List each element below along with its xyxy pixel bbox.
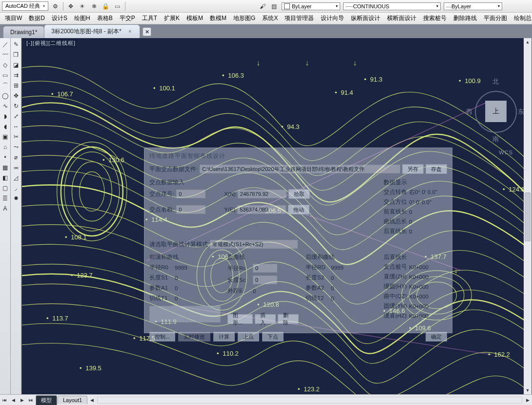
text-icon[interactable]: A: [1, 204, 10, 213]
table-icon[interactable]: ☰: [1, 194, 10, 203]
trim-icon[interactable]: ✂: [12, 132, 20, 141]
jd-no-field[interactable]: 0: [176, 190, 205, 198]
point-icon[interactable]: •: [1, 153, 10, 162]
array-icon[interactable]: ⊞: [12, 81, 20, 90]
fillet-icon[interactable]: ◞: [12, 184, 20, 192]
browse-button[interactable]: 另存: [402, 164, 424, 174]
delete-button[interactable]: 删除: [278, 314, 299, 324]
file-field[interactable]: C:\Users\13617\Desktop\2020年工业路网项目部\纬地\教…: [200, 165, 400, 173]
menu-item[interactable]: 工具T: [139, 13, 160, 23]
wcs-label[interactable]: WCS: [499, 149, 513, 155]
linetype-combo[interactable]: ── CONTINUOUS: [343, 2, 441, 10]
vertical-scrollbar[interactable]: ▲ ▼: [524, 38, 532, 394]
move-icon[interactable]: ✥: [12, 91, 20, 100]
tab-active[interactable]: 3标2000地形图-纯8 - 副本* ×: [44, 24, 140, 38]
menu-item[interactable]: 数模M: [207, 13, 229, 23]
scroll-up-icon[interactable]: ▲: [524, 38, 532, 46]
close-icon[interactable]: ×: [127, 29, 133, 35]
view-label[interactable]: [-][俯视][二维线框]: [25, 39, 77, 47]
insert-icon[interactable]: ⌂: [1, 143, 10, 151]
explode-icon[interactable]: ✹: [12, 194, 20, 203]
menu-item[interactable]: 设计向导: [318, 13, 347, 23]
pick-button[interactable]: 拾取: [288, 189, 310, 199]
region-icon[interactable]: ▢: [1, 184, 10, 192]
prev-button[interactable]: 上点: [238, 332, 259, 341]
ellipse-icon[interactable]: ◗: [1, 112, 10, 121]
menu-item[interactable]: 平面分图: [481, 13, 510, 23]
rectangle-icon[interactable]: ▭: [1, 71, 10, 80]
control-button[interactable]: 控制...: [149, 332, 175, 341]
hscroll-right-icon[interactable]: ▶: [524, 396, 532, 404]
gradient-icon[interactable]: ◧: [1, 173, 10, 182]
menu-item[interactable]: 纵断面设计: [348, 13, 383, 23]
calc-button[interactable]: 计算: [213, 332, 235, 341]
menu-item[interactable]: 横断面设计: [384, 13, 419, 23]
move-button[interactable]: 拖动: [288, 205, 309, 214]
menu-item[interactable]: 数据D: [26, 13, 48, 23]
x-field[interactable]: 2467879.92: [238, 190, 286, 198]
polygon-icon[interactable]: ◇: [1, 61, 10, 69]
stretch-icon[interactable]: ↔: [12, 122, 20, 131]
break-icon[interactable]: ⌀: [12, 153, 20, 162]
arc-icon[interactable]: ⌒: [1, 81, 10, 90]
scroll-thumb[interactable]: [525, 192, 531, 241]
mirror-icon[interactable]: ◪: [12, 61, 20, 69]
hatch-icon[interactable]: ▦: [1, 163, 10, 172]
tab-drawing1[interactable]: Drawing1*: [3, 26, 44, 38]
pan-icon[interactable]: ✥: [66, 2, 75, 11]
jd-name-field[interactable]: 0: [176, 205, 205, 214]
y-field[interactable]: 536374.089: [237, 205, 286, 214]
realtime-button[interactable]: 实时修改: [178, 332, 210, 341]
graph-button[interactable]: 图形...: [227, 314, 253, 324]
offset-icon[interactable]: ⇉: [12, 71, 20, 80]
block-icon[interactable]: ▣: [1, 132, 10, 141]
ellipse-arc-icon[interactable]: ◖: [1, 122, 10, 131]
nav-next-icon[interactable]: ▶: [18, 396, 26, 404]
tab-layout1[interactable]: Layout1: [58, 396, 87, 404]
scroll-track[interactable]: [524, 46, 532, 386]
spline-icon[interactable]: ∿: [1, 102, 10, 110]
menu-item[interactable]: 搜索桩号: [420, 13, 450, 23]
menu-item[interactable]: 项目管理器: [282, 13, 317, 23]
menu-item[interactable]: 平交P: [117, 13, 138, 23]
menu-item[interactable]: 扩展K: [161, 13, 183, 23]
chamfer-icon[interactable]: ◿: [12, 173, 20, 182]
props-icon[interactable]: ▤: [270, 2, 279, 11]
horizontal-scrollbar[interactable]: ◀ ▶: [87, 396, 532, 404]
workspace-selector[interactable]: AutoCAD 经典: [2, 1, 48, 11]
drawing-canvas[interactable]: [-][俯视][二维线框]: [21, 38, 532, 394]
settings-icon[interactable]: ⚙: [51, 2, 60, 11]
hscroll-left-icon[interactable]: ◀: [88, 396, 96, 404]
scale-icon[interactable]: ⤢: [12, 112, 20, 121]
match-icon[interactable]: 🖌: [258, 2, 267, 11]
menu-item[interactable]: 项目W: [2, 13, 25, 23]
rc-field[interactable]: 0: [253, 264, 277, 273]
freeze-icon[interactable]: ❄: [90, 2, 99, 11]
nav-last-icon[interactable]: ⏭: [27, 396, 35, 404]
tab-model[interactable]: 模型: [36, 395, 57, 405]
menu-item[interactable]: 绘制总: [511, 13, 532, 23]
rotate-icon[interactable]: ↻: [12, 102, 20, 110]
calc-mode-combo[interactable]: 常规模式(S1+Rc+S2): [210, 240, 298, 249]
layer-color-combo[interactable]: ByLayer: [282, 2, 340, 10]
line-icon[interactable]: ／: [1, 40, 10, 49]
erase-icon[interactable]: ✎: [12, 40, 20, 49]
extend-icon[interactable]: ⤳: [12, 143, 20, 151]
join-icon[interactable]: ⫘: [12, 163, 20, 172]
scroll-down-icon[interactable]: ▼: [524, 386, 532, 394]
lineweight-combo[interactable]: — ByLayer: [444, 2, 502, 10]
menu-item[interactable]: 系统X: [259, 13, 281, 23]
hscroll-track[interactable]: [97, 397, 522, 404]
polyline-icon[interactable]: 〰: [1, 50, 10, 59]
menu-item[interactable]: 模板M: [184, 13, 206, 23]
nav-prev-icon[interactable]: ◀: [9, 396, 17, 404]
alignment-dialog[interactable]: 纬地道路平面智能布线设计 平面交点数据文件: C:\Users\13617\De…: [144, 148, 452, 333]
menu-item[interactable]: 设计S: [49, 13, 70, 23]
color-icon[interactable]: ▭: [113, 2, 122, 11]
light-icon[interactable]: ☀: [78, 2, 87, 11]
menu-item[interactable]: 删除路线: [450, 13, 480, 23]
nav-first-icon[interactable]: ⏮: [0, 396, 8, 404]
next-button[interactable]: 下点: [262, 332, 284, 341]
lock-icon[interactable]: 🔒: [102, 2, 110, 11]
circle-icon[interactable]: ◯: [1, 91, 10, 100]
